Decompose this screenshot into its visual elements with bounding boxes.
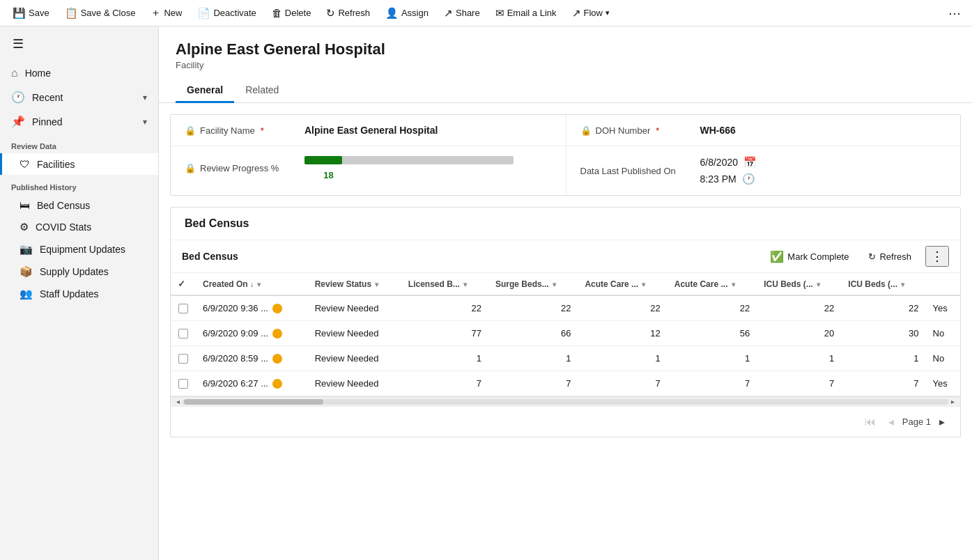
sidebar-item-staff-updates[interactable]: 👥 Staff Updates	[0, 283, 158, 305]
row-surge-beds-3: 7	[488, 371, 578, 396]
col-chevron-icon-5[interactable]: ▾	[642, 281, 645, 288]
save-close-button[interactable]: 📋 Save & Close	[58, 1, 143, 25]
col-chevron-icon-6[interactable]: ▾	[732, 281, 735, 288]
content-area: Alpine East General Hospital Facility Ge…	[159, 26, 972, 560]
mark-complete-button[interactable]: ✅ Mark Complete	[764, 247, 854, 266]
recent-chevron-icon: ▾	[143, 93, 147, 102]
recent-icon: 🕐	[11, 91, 25, 104]
row-checkbox-1[interactable]	[171, 321, 196, 346]
row-extra-0: Yes	[926, 295, 961, 321]
calendar-icon[interactable]: 📅	[743, 156, 757, 169]
col-chevron-icon-2[interactable]: ▾	[375, 281, 378, 288]
col-chevron-icon[interactable]: ▾	[257, 281, 261, 288]
row-review-status-3: Review Needed	[308, 371, 401, 396]
save-button[interactable]: 💾 Save	[6, 1, 56, 25]
progress-fill	[304, 156, 342, 164]
col-chevron-icon-8[interactable]: ▾	[901, 281, 904, 288]
scroll-left-arrow[interactable]: ◂	[173, 398, 183, 405]
sidebar-item-supply-updates[interactable]: 📦 Supply Updates	[0, 260, 158, 283]
row-checkbox-2[interactable]	[171, 346, 196, 371]
refresh-button[interactable]: ↻ Refresh	[319, 1, 377, 25]
row-acute-care2-2: 1	[668, 346, 757, 371]
save-close-icon: 📋	[65, 7, 78, 20]
page-next-button[interactable]: ▸	[935, 412, 949, 431]
table-row[interactable]: 6/9/2020 9:09 ... Review Needed 77 66 12…	[171, 321, 960, 346]
subgrid-more-button[interactable]: ⋮	[925, 246, 949, 267]
row-icu-beds1-3: 7	[757, 371, 841, 396]
refresh-icon: ↻	[326, 7, 335, 20]
row-licensed-b-2: 1	[401, 346, 488, 371]
col-chevron-icon-4[interactable]: ▾	[553, 281, 556, 288]
share-button[interactable]: ↗ Share	[437, 1, 487, 25]
row-checkbox-0[interactable]	[171, 295, 196, 321]
toolbar-more-button[interactable]: ⋯	[943, 1, 966, 25]
page-first-button[interactable]: ⏮	[861, 413, 880, 431]
delete-icon: 🗑	[272, 7, 282, 19]
sidebar-item-covid-stats[interactable]: ⚙ COVID Stats	[0, 216, 158, 238]
assign-button[interactable]: 👤 Assign	[378, 1, 435, 25]
sidebar-item-home[interactable]: ⌂ Home	[0, 61, 158, 85]
delete-button[interactable]: 🗑 Delete	[265, 1, 318, 25]
col-icu-beds2[interactable]: ICU Beds (... ▾	[841, 273, 925, 295]
row-created-on-0: 6/9/2020 9:36 ...	[196, 295, 308, 321]
new-button[interactable]: ＋ New	[144, 1, 189, 25]
row-surge-beds-1: 66	[488, 321, 578, 346]
data-published-row: Data Last Published On 6/8/2020 📅 8:23 P…	[566, 146, 961, 195]
tab-general[interactable]: General	[176, 79, 234, 103]
sidebar-item-pinned[interactable]: 📌 Pinned ▾	[0, 109, 158, 134]
col-acute-care1[interactable]: Acute Care ... ▾	[578, 273, 667, 295]
col-licensed-b[interactable]: Licensed B... ▾	[401, 273, 488, 295]
table-row[interactable]: 6/9/2020 9:36 ... Review Needed 22 22 22…	[171, 295, 960, 321]
flow-button[interactable]: ↗ Flow ▾	[565, 1, 617, 25]
sidebar-item-recent[interactable]: 🕐 Recent ▾	[0, 85, 158, 109]
col-review-status[interactable]: Review Status ▾	[308, 273, 401, 295]
deactivate-icon: 📄	[197, 7, 210, 20]
col-checkbox: ✓	[171, 273, 196, 295]
scroll-thumb[interactable]	[184, 399, 323, 405]
clock-icon[interactable]: 🕐	[742, 173, 755, 185]
check-circle-icon: ✅	[770, 250, 784, 263]
bed-census-icon: 🛏	[20, 199, 30, 211]
facility-name-required: *	[261, 125, 264, 136]
sidebar: ☰ ⌂ Home 🕐 Recent ▾ 📌 Pinned ▾ Review Da…	[0, 26, 159, 560]
col-created-on[interactable]: Created On ↓ ▾	[196, 273, 308, 295]
scroll-right-arrow[interactable]: ▸	[948, 398, 957, 405]
email-link-button[interactable]: ✉ Email a Link	[488, 1, 564, 25]
time-field: 8:23 PM 🕐	[700, 173, 757, 185]
table-row[interactable]: 6/9/2020 6:27 ... Review Needed 7 7 7 7 …	[171, 371, 960, 396]
toolbar: 💾 Save 📋 Save & Close ＋ New 📄 Deactivate…	[0, 0, 972, 26]
tab-related[interactable]: Related	[234, 79, 290, 103]
staff-icon: 👥	[20, 288, 33, 300]
sidebar-item-facilities[interactable]: 🛡 Facilities	[0, 153, 158, 175]
progress-row	[304, 156, 552, 164]
sidebar-header: ☰	[0, 26, 158, 61]
sidebar-item-equipment-updates[interactable]: 📷 Equipment Updates	[0, 238, 158, 260]
horizontal-scrollbar[interactable]: ◂ ▸	[171, 396, 960, 406]
page-header: Alpine East General Hospital Facility	[159, 26, 972, 70]
col-chevron-icon-7[interactable]: ▾	[817, 281, 820, 288]
page-label: Page 1	[902, 417, 931, 427]
status-pending-icon-1	[272, 329, 282, 339]
row-licensed-b-1: 77	[401, 321, 488, 346]
row-acute-care2-3: 7	[668, 371, 757, 396]
facility-name-row: 🔒 Facility Name * Alpine East General Ho…	[171, 115, 566, 146]
sidebar-item-bed-census[interactable]: 🛏 Bed Census	[0, 194, 158, 216]
table-row[interactable]: 6/9/2020 8:59 ... Review Needed 1 1 1 1 …	[171, 346, 960, 371]
status-pending-icon-2	[272, 354, 282, 364]
doh-required: *	[656, 125, 659, 136]
col-acute-care2[interactable]: Acute Care ... ▾	[668, 273, 757, 295]
hamburger-menu-icon[interactable]: ☰	[8, 32, 28, 56]
deactivate-button[interactable]: 📄 Deactivate	[190, 1, 263, 25]
sort-down-icon: ↓	[250, 281, 254, 288]
row-checkbox-3[interactable]	[171, 371, 196, 396]
covid-stats-icon: ⚙	[20, 221, 29, 233]
bed-census-section-title: Bed Census	[171, 208, 960, 240]
progress-container: 18	[304, 156, 552, 180]
row-acute-care1-1: 12	[578, 321, 667, 346]
col-chevron-icon-3[interactable]: ▾	[463, 281, 467, 288]
col-surge-beds[interactable]: Surge Beds... ▾	[488, 273, 578, 295]
subgrid-refresh-button[interactable]: ↻ Refresh	[863, 249, 917, 265]
row-acute-care1-0: 22	[578, 295, 667, 321]
page-prev-button[interactable]: ◂	[884, 412, 898, 431]
col-icu-beds1[interactable]: ICU Beds (... ▾	[757, 273, 841, 295]
